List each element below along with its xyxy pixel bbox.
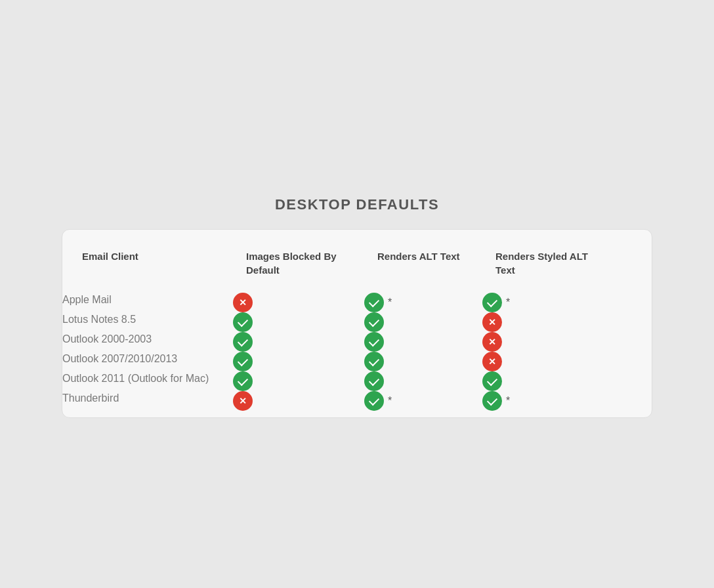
table-grid: Email Client Images Blocked By Default R…	[62, 236, 652, 411]
client-name: Outlook 2000-2003	[62, 333, 152, 345]
header-email-client: Email Client	[62, 236, 233, 293]
check-icon	[364, 352, 384, 371]
check-icon	[233, 312, 253, 332]
check-icon	[482, 293, 502, 312]
blocked-cell	[233, 371, 364, 391]
client-name: Thunderbird	[62, 392, 119, 404]
asterisk: *	[388, 395, 392, 407]
styled-cell: *	[482, 391, 614, 411]
header-renders-alt: Renders ALT Text	[364, 236, 482, 293]
client-name: Apple Mail	[62, 294, 112, 305]
blocked-cell	[233, 352, 364, 371]
renders-cell: *	[364, 391, 482, 411]
blocked-cell	[233, 293, 364, 312]
client-name-cell: Apple Mail	[62, 293, 233, 312]
styled-cell	[482, 332, 614, 352]
asterisk: *	[506, 297, 510, 308]
check-icon	[482, 371, 502, 391]
table-card: Email Client Images Blocked By Default R…	[62, 229, 652, 418]
check-icon	[364, 293, 384, 312]
client-name-cell: Outlook 2000-2003	[62, 332, 233, 352]
renders-cell	[364, 371, 482, 391]
client-name-cell: Lotus Notes 8.5	[62, 312, 233, 332]
client-name: Lotus Notes 8.5	[62, 314, 136, 325]
client-name: Outlook 2011 (Outlook for Mac)	[62, 373, 209, 384]
styled-cell	[482, 312, 614, 332]
styled-cell	[482, 352, 614, 371]
check-icon	[364, 391, 384, 411]
blocked-cell	[233, 391, 364, 411]
header-renders-styled: Renders Styled ALT Text	[482, 236, 614, 293]
check-icon	[233, 352, 253, 371]
cross-icon	[233, 293, 253, 312]
blocked-cell	[233, 312, 364, 332]
cross-icon	[482, 312, 502, 332]
renders-cell	[364, 352, 482, 371]
renders-cell: *	[364, 293, 482, 312]
client-name-cell: Outlook 2011 (Outlook for Mac)	[62, 371, 233, 391]
header-images-blocked: Images Blocked By Default	[233, 236, 364, 293]
check-icon	[364, 332, 384, 352]
check-icon	[364, 312, 384, 332]
renders-cell	[364, 312, 482, 332]
page-title: DESKTOP DEFAULTS	[275, 196, 439, 213]
blocked-cell	[233, 332, 364, 352]
page-wrapper: DESKTOP DEFAULTS Email Client Images Blo…	[13, 13, 701, 588]
asterisk: *	[388, 297, 392, 308]
styled-cell: *	[482, 293, 614, 312]
cross-icon	[482, 352, 502, 371]
client-name: Outlook 2007/2010/2013	[62, 353, 177, 364]
client-name-cell: Outlook 2007/2010/2013	[62, 352, 233, 371]
check-icon	[482, 391, 502, 411]
client-name-cell: Thunderbird	[62, 391, 233, 411]
check-icon	[364, 371, 384, 391]
cross-icon	[233, 391, 253, 411]
renders-cell	[364, 332, 482, 352]
asterisk: *	[506, 395, 510, 407]
check-icon	[233, 332, 253, 352]
cross-icon	[482, 332, 502, 352]
check-icon	[233, 371, 253, 391]
styled-cell	[482, 371, 614, 391]
